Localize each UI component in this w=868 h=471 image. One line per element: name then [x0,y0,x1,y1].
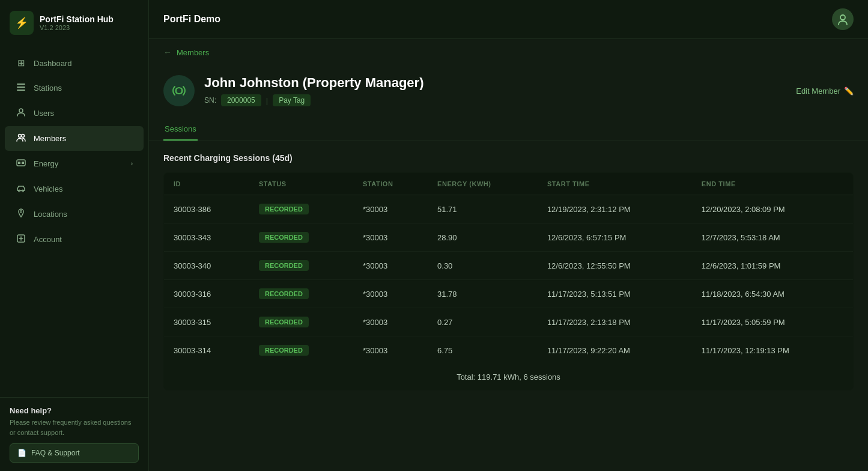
cell-start-time: 11/17/2023, 9:22:20 AM [538,336,692,365]
tab-sessions[interactable]: Sessions [163,118,198,141]
cell-energy: 0.30 [428,252,538,280]
user-avatar[interactable] [832,8,854,30]
breadcrumb: ← Members [149,39,868,65]
file-icon: 📄 [17,449,26,457]
cell-energy: 51.71 [428,195,538,223]
svg-point-11 [20,211,22,213]
sidebar-item-vehicles[interactable]: Vehicles [5,177,144,201]
faq-support-button[interactable]: 📄 FAQ & Support [10,443,139,463]
dashboard-icon: ⊞ [16,58,26,68]
users-icon [16,108,26,119]
svg-rect-2 [17,90,25,91]
app-title: PortFi Station Hub [40,14,114,24]
sessions-total: Total: 119.71 kWh, 6 sessions [164,364,854,390]
pencil-icon: ✏️ [844,87,854,96]
logo-icon: ⚡ [10,11,34,35]
sidebar-item-locations[interactable]: Locations [5,202,144,226]
top-bar: PortFi Demo [149,0,868,39]
sidebar-item-label: Energy [34,159,58,168]
sidebar-item-label: Stations [34,84,62,93]
cell-id: 30003-386 [164,195,249,223]
sn-value: 2000005 [221,94,261,106]
svg-rect-8 [22,162,24,164]
cell-end-time: 11/17/2023, 12:19:13 PM [692,336,854,365]
sidebar-item-label: Members [34,134,66,143]
cell-end-time: 12/20/2023, 2:08:09 PM [692,195,854,223]
cell-station: *30003 [353,223,428,252]
sn-label: SN: [204,96,216,105]
table-row[interactable]: 30003-343 RECORDED *30003 28.90 12/6/202… [164,223,854,252]
main-content: PortFi Demo ← Members [149,0,868,471]
members-icon [16,133,26,144]
member-header: John Johnston (Property Manager) SN: 200… [149,65,868,118]
energy-icon [16,158,26,169]
cell-start-time: 11/17/2023, 2:13:18 PM [538,308,692,336]
sidebar-item-dashboard[interactable]: ⊞ Dashboard [5,51,144,75]
cell-start-time: 12/6/2023, 12:55:50 PM [538,252,692,280]
member-details: John Johnston (Property Manager) SN: 200… [204,75,423,106]
members-breadcrumb-link[interactable]: Members [177,48,209,57]
cell-energy: 0.27 [428,308,538,336]
sidebar-item-users[interactable]: Users [5,101,144,126]
back-arrow-icon[interactable]: ← [163,47,172,57]
top-bar-title: PortFi Demo [163,14,220,25]
sidebar-item-label: Locations [34,210,67,219]
cell-end-time: 11/17/2023, 5:05:59 PM [692,308,854,336]
col-energy: ENERGY (KWH) [428,173,538,195]
svg-rect-1 [17,87,25,88]
sidebar: ⚡ PortFi Station Hub V1.2 2023 ⊞ Dashboa… [0,0,149,471]
col-start-time: START TIME [538,173,692,195]
sessions-table: ID STATUS STATION ENERGY (KWH) START TIM… [163,172,854,390]
cell-id: 30003-316 [164,280,249,308]
svg-point-13 [840,15,845,20]
edit-member-button[interactable]: Edit Member ✏️ [796,87,854,96]
table-row[interactable]: 30003-315 RECORDED *30003 0.27 11/17/202… [164,308,854,336]
pay-tag-badge: Pay Tag [273,94,311,106]
account-icon [16,234,26,245]
help-section: Need help? Please review frequently aske… [0,397,148,471]
cell-status: RECORDED [249,280,353,308]
cell-id: 30003-340 [164,252,249,280]
cell-start-time: 11/17/2023, 5:13:51 PM [538,280,692,308]
member-name: John Johnston (Property Manager) [204,75,423,91]
cell-station: *30003 [353,252,428,280]
table-row[interactable]: 30003-316 RECORDED *30003 31.78 11/17/20… [164,280,854,308]
cell-end-time: 12/7/2023, 5:53:18 AM [692,223,854,252]
col-id: ID [164,173,249,195]
cell-station: *30003 [353,308,428,336]
cell-status: RECORDED [249,336,353,365]
chevron-right-icon: › [131,160,133,167]
sidebar-item-members[interactable]: Members [5,126,144,151]
cell-status: RECORDED [249,223,353,252]
vehicles-icon [16,183,26,195]
locations-icon [16,208,26,220]
sessions-section: Recent Charging Sessions (45d) ID STATUS… [149,141,868,403]
table-row[interactable]: 30003-314 RECORDED *30003 6.75 11/17/202… [164,336,854,365]
sidebar-item-label: Users [34,109,54,118]
table-row[interactable]: 30003-386 RECORDED *30003 51.71 12/19/20… [164,195,854,223]
col-end-time: END TIME [692,173,854,195]
member-info: John Johnston (Property Manager) SN: 200… [163,75,423,106]
svg-point-5 [22,135,25,138]
help-title: Need help? [10,406,139,415]
cell-id: 30003-314 [164,336,249,365]
cell-end-time: 12/6/2023, 1:01:59 PM [692,252,854,280]
cell-energy: 28.90 [428,223,538,252]
rfid-icon [163,75,195,106]
sidebar-item-energy[interactable]: Energy › [5,151,144,176]
cell-status: RECORDED [249,252,353,280]
sidebar-nav: ⊞ Dashboard Stations Users [0,46,148,397]
sidebar-item-account[interactable]: Account [5,227,144,252]
col-station: STATION [353,173,428,195]
logo-area: ⚡ PortFi Station Hub V1.2 2023 [0,0,148,46]
svg-rect-0 [17,84,25,85]
col-status: STATUS [249,173,353,195]
svg-rect-7 [18,162,20,164]
cell-end-time: 11/18/2023, 6:54:30 AM [692,280,854,308]
cell-id: 30003-343 [164,223,249,252]
section-title: Recent Charging Sessions (45d) [163,153,854,163]
table-row[interactable]: 30003-340 RECORDED *30003 0.30 12/6/2023… [164,252,854,280]
sidebar-item-label: Account [34,235,62,244]
logo-text: PortFi Station Hub V1.2 2023 [40,14,114,31]
sidebar-item-stations[interactable]: Stations [5,76,144,100]
